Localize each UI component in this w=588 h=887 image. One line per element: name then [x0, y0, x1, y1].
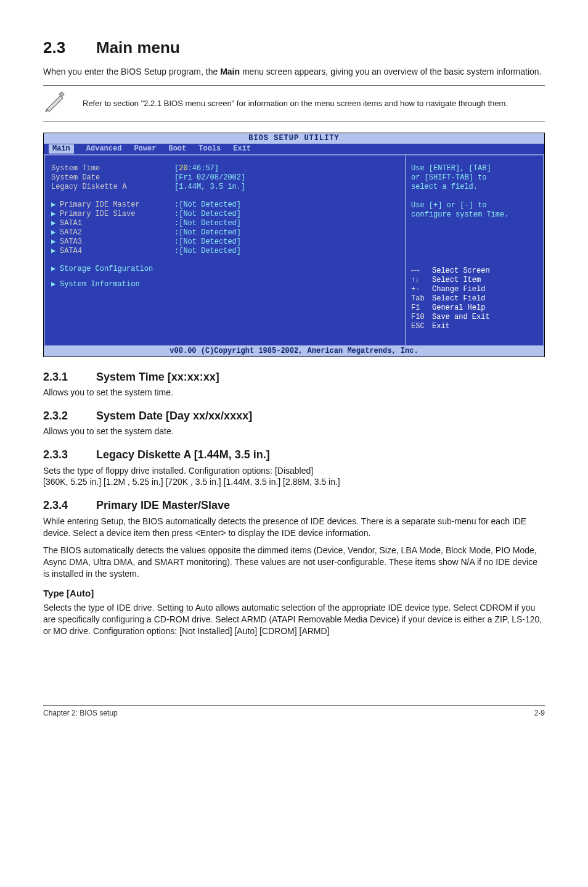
section-234-sub-heading: Type [Auto]	[43, 587, 545, 600]
help-line: Use [+] or [-] to	[411, 201, 538, 210]
page-footer: Chapter 2: BIOS setup 2-9	[43, 705, 545, 718]
section-234-p2: The BIOS automatically detects the value…	[43, 545, 545, 580]
bios-menu-power[interactable]: Power	[134, 144, 156, 154]
arrow-lr-icon: ←→	[411, 266, 432, 276]
device-primary-ide-slave[interactable]: ▶Primary IDE Slave:[Not Detected]	[51, 210, 399, 219]
pencil-icon	[43, 91, 68, 116]
bios-menu-advanced[interactable]: Advanced	[86, 144, 122, 154]
help-line: or [SHIFT-TAB] to	[411, 173, 538, 183]
device-primary-ide-master[interactable]: ▶Primary IDE Master:[Not Detected]	[51, 200, 399, 210]
triangle-icon: ▶	[51, 210, 60, 219]
key-legend: ←→Select Screen ↑↓Select Item +-Change F…	[411, 266, 538, 331]
section-232-heading: 2.3.2System Date [Day xx/xx/xxxx]	[43, 408, 545, 423]
footer-right: 2-9	[534, 708, 545, 718]
bios-title: BIOS SETUP UTILITY	[44, 133, 544, 144]
triangle-icon: ▶	[51, 219, 60, 228]
section-231-body: Allows you to set the system time.	[43, 387, 545, 398]
bios-menubar: Main Advanced Power Boot Tools Exit	[44, 144, 544, 154]
value-legacy-diskette: [1.44M, 3.5 in.]	[174, 183, 245, 192]
bios-footer: v00.00 (C)Copyright 1985-2002, American …	[44, 346, 544, 357]
triangle-icon: ▶	[51, 237, 60, 247]
intro-bold: Main	[220, 67, 240, 76]
device-sata4[interactable]: ▶SATA4:[Not Detected]	[51, 247, 399, 256]
section-233-heading: 2.3.3Legacy Diskette A [1.44M, 3.5 in.]	[43, 447, 545, 462]
bios-right-pane: Use [ENTER], [TAB] or [SHIFT-TAB] to sel…	[406, 154, 544, 346]
intro-paragraph: When you enter the BIOS Setup program, t…	[43, 66, 545, 78]
help-line: Use [ENTER], [TAB]	[411, 164, 538, 173]
footer-left: Chapter 2: BIOS setup	[43, 708, 118, 718]
bios-menu-exit[interactable]: Exit	[233, 144, 251, 154]
setting-legacy-diskette[interactable]: Legacy Diskette A [1.44M, 3.5 in.]	[51, 183, 399, 192]
device-sata2[interactable]: ▶SATA2:[Not Detected]	[51, 228, 399, 237]
help-line: select a field.	[411, 183, 538, 192]
triangle-icon: ▶	[51, 228, 60, 237]
page-heading-title: Main menu	[96, 38, 180, 57]
submenu-storage-config[interactable]: ▶Storage Configuration	[51, 265, 399, 274]
bios-screenshot: BIOS SETUP UTILITY Main Advanced Power B…	[43, 133, 545, 357]
value-system-time: [20:46:57]	[174, 164, 219, 173]
section-234-p1: While entering Setup, the BIOS automatic…	[43, 516, 545, 539]
setting-system-date[interactable]: System Date [Fri 02/08/2002]	[51, 173, 399, 183]
help-line: configure system Time.	[411, 210, 538, 220]
note-box: Refer to section "2.2.1 BIOS menu screen…	[43, 85, 545, 122]
device-sata1[interactable]: ▶SATA1:[Not Detected]	[51, 219, 399, 228]
bios-menu-boot[interactable]: Boot	[168, 144, 186, 154]
section-234-sub-body: Selects the type of IDE drive. Setting t…	[43, 602, 545, 637]
setting-system-time[interactable]: System Time [20:46:57]	[51, 164, 399, 173]
section-233-body: Sets the type of floppy drive installed.…	[43, 465, 545, 489]
note-text: Refer to section "2.2.1 BIOS menu screen…	[83, 98, 508, 109]
page-heading: 2.3Main menu	[43, 37, 545, 59]
device-sata3[interactable]: ▶SATA3:[Not Detected]	[51, 237, 399, 247]
triangle-icon: ▶	[51, 247, 60, 256]
submenu-system-info[interactable]: ▶System Information	[51, 280, 399, 289]
page-heading-num: 2.3	[43, 37, 96, 59]
value-system-date: [Fri 02/08/2002]	[174, 173, 245, 183]
bios-menu-tools[interactable]: Tools	[198, 144, 221, 154]
bios-left-pane: System Time [20:46:57] System Date [Fri …	[44, 154, 406, 346]
bios-menu-main[interactable]: Main	[49, 144, 74, 154]
triangle-icon: ▶	[51, 280, 60, 289]
section-231-heading: 2.3.1System Time [xx:xx:xx]	[43, 369, 545, 384]
section-232-body: Allows you to set the system date.	[43, 426, 545, 437]
triangle-icon: ▶	[51, 200, 60, 210]
triangle-icon: ▶	[51, 265, 60, 274]
section-234-heading: 2.3.4Primary IDE Master/Slave	[43, 498, 545, 513]
arrow-ud-icon: ↑↓	[411, 276, 432, 285]
